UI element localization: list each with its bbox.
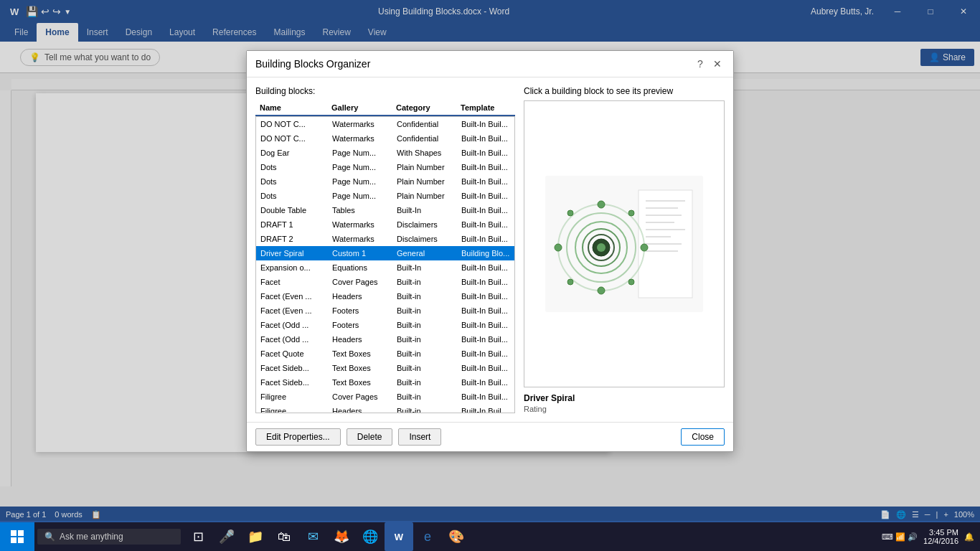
table-row[interactable]: DRAFT 1 Watermarks Disclaimers Built-In … bbox=[256, 217, 514, 232]
cell-template: Built-In Buil... bbox=[457, 233, 514, 245]
table-row[interactable]: Facet Quote Text Boxes Built-in Built-In… bbox=[256, 347, 514, 361]
table-row[interactable]: Filigree Headers Built-in Built-In Buil.… bbox=[256, 404, 514, 413]
col-category[interactable]: Category bbox=[392, 100, 456, 115]
edit-properties-button[interactable]: Edit Properties... bbox=[255, 428, 341, 446]
footer-left-buttons: Edit Properties... Delete Insert bbox=[255, 428, 441, 446]
col-gallery[interactable]: Gallery bbox=[327, 100, 392, 115]
dialog-controls: ? ✕ bbox=[693, 57, 725, 71]
cell-category: Built-in bbox=[392, 291, 457, 302]
table-row[interactable]: Dog Ear Page Num... With Shapes Built-In… bbox=[256, 146, 514, 160]
cell-gallery: Cover Pages bbox=[328, 391, 392, 402]
svg-rect-25 bbox=[11, 530, 17, 536]
blocks-list[interactable]: DO NOT C... Watermarks Confidential Buil… bbox=[255, 116, 515, 413]
svg-point-16 bbox=[597, 243, 606, 252]
time-display: 3:45 PM bbox=[923, 528, 958, 537]
search-icon: 🔍 bbox=[44, 532, 55, 542]
store-icon[interactable]: 🛍 bbox=[270, 522, 298, 551]
cell-name: Dots bbox=[256, 176, 328, 187]
word-taskbar-icon[interactable]: W bbox=[385, 522, 413, 551]
cell-category: Confidential bbox=[392, 118, 457, 130]
cell-name: Expansion o... bbox=[256, 262, 328, 273]
cell-category: Built-in bbox=[392, 377, 457, 388]
cell-gallery: Page Num... bbox=[328, 176, 392, 187]
selected-block-info: Rating bbox=[524, 405, 725, 413]
table-row[interactable]: Expansion o... Equations Built-In Built-… bbox=[256, 260, 514, 275]
table-row[interactable]: Facet Sideb... Text Boxes Built-in Built… bbox=[256, 375, 514, 390]
search-text: Ask me anything bbox=[60, 532, 123, 542]
blocks-label: Building blocks: bbox=[255, 86, 515, 96]
taskbar-search[interactable]: 🔍 Ask me anything bbox=[37, 529, 181, 545]
table-row[interactable]: Facet Sideb... Text Boxes Built-in Built… bbox=[256, 361, 514, 375]
cell-gallery: Cover Pages bbox=[328, 276, 392, 288]
svg-point-20 bbox=[555, 244, 562, 251]
mail-icon[interactable]: ✉ bbox=[298, 522, 327, 551]
insert-button[interactable]: Insert bbox=[398, 428, 441, 446]
cell-gallery: Headers bbox=[328, 291, 392, 302]
table-row[interactable]: Dots Page Num... Plain Number Built-In B… bbox=[256, 174, 514, 189]
dialog-close-button[interactable]: ✕ bbox=[710, 57, 725, 71]
firefox-icon[interactable]: 🦊 bbox=[327, 522, 356, 551]
taskbar-clock[interactable]: 3:45 PM 12/4/2016 bbox=[923, 528, 958, 545]
cell-template: Built-In Buil... bbox=[457, 391, 514, 402]
cell-name: Facet (Odd ... bbox=[256, 334, 328, 345]
delete-button[interactable]: Delete bbox=[347, 428, 393, 446]
cell-gallery: Custom 1 bbox=[328, 248, 392, 259]
cell-name: Facet Sideb... bbox=[256, 377, 328, 388]
table-row[interactable]: DO NOT C... Watermarks Confidential Buil… bbox=[256, 117, 514, 131]
cell-template: Built-In Buil... bbox=[457, 319, 514, 331]
task-view-icon[interactable]: ⊡ bbox=[184, 522, 212, 551]
cell-template: Built-In Buil... bbox=[457, 291, 514, 302]
right-panel: Click a building block to see its previe… bbox=[524, 86, 725, 413]
cell-name: Facet bbox=[256, 276, 328, 288]
table-row[interactable]: Driver Spiral Custom 1 General Building … bbox=[256, 246, 514, 260]
cell-gallery: Footers bbox=[328, 319, 392, 331]
edge-icon[interactable]: e bbox=[413, 522, 442, 551]
svg-rect-26 bbox=[18, 530, 24, 536]
dialog-help-button[interactable]: ? bbox=[693, 57, 707, 71]
cell-gallery: Page Num... bbox=[328, 147, 392, 159]
table-row[interactable]: Facet (Odd ... Footers Built-in Built-In… bbox=[256, 318, 514, 332]
cell-category: Built-in bbox=[392, 362, 457, 374]
dialog-body: Building blocks: Name Gallery Category T… bbox=[247, 77, 733, 422]
left-panel: Building blocks: Name Gallery Category T… bbox=[255, 86, 515, 413]
dialog-titlebar: Building Blocks Organizer ? ✕ bbox=[247, 51, 733, 77]
table-row[interactable]: Filigree Cover Pages Built-in Built-In B… bbox=[256, 390, 514, 404]
file-explorer-icon[interactable]: 📁 bbox=[241, 522, 270, 551]
table-row[interactable]: Facet (Odd ... Headers Built-in Built-In… bbox=[256, 332, 514, 347]
app8-icon[interactable]: 🎨 bbox=[442, 522, 471, 551]
table-row[interactable]: DO NOT C... Watermarks Confidential Buil… bbox=[256, 131, 514, 146]
cell-template: Built-In Buil... bbox=[457, 219, 514, 230]
cell-template: Built-In Buil... bbox=[457, 147, 514, 159]
spiral-preview-image bbox=[545, 176, 703, 312]
col-template[interactable]: Template bbox=[456, 100, 514, 115]
table-row[interactable]: DRAFT 2 Watermarks Disclaimers Built-In … bbox=[256, 232, 514, 246]
cell-gallery: Watermarks bbox=[328, 118, 392, 130]
table-row[interactable]: Double Table Tables Built-In Built-In Bu… bbox=[256, 203, 514, 217]
start-button[interactable] bbox=[0, 522, 34, 551]
cell-template: Built-In Buil... bbox=[457, 377, 514, 388]
cell-template: Built-In Buil... bbox=[457, 305, 514, 316]
chrome-icon[interactable]: 🌐 bbox=[356, 522, 385, 551]
table-row[interactable]: Dots Page Num... Plain Number Built-In B… bbox=[256, 160, 514, 174]
cell-template: Built-In Buil... bbox=[457, 276, 514, 288]
svg-point-17 bbox=[598, 201, 605, 208]
cell-category: Built-In bbox=[392, 204, 457, 216]
svg-point-19 bbox=[598, 287, 605, 294]
selected-block-name: Driver Spiral bbox=[524, 393, 725, 403]
cell-category: Built-in bbox=[392, 405, 457, 413]
cell-name: Facet (Odd ... bbox=[256, 319, 328, 331]
table-row[interactable]: Facet (Even ... Headers Built-in Built-I… bbox=[256, 289, 514, 303]
cortana-icon[interactable]: 🎤 bbox=[212, 522, 241, 551]
col-name[interactable]: Name bbox=[255, 100, 327, 115]
dialog-footer: Edit Properties... Delete Insert Close bbox=[247, 422, 733, 451]
cell-category: Confidential bbox=[392, 133, 457, 144]
taskbar-right: ⌨ 📶 🔊 3:45 PM 12/4/2016 🔔 bbox=[882, 528, 980, 545]
preview-label: Click a building block to see its previe… bbox=[524, 86, 725, 96]
table-row[interactable]: Facet Cover Pages Built-in Built-In Buil… bbox=[256, 275, 514, 289]
table-row[interactable]: Dots Page Num... Plain Number Built-In B… bbox=[256, 189, 514, 203]
cell-gallery: Headers bbox=[328, 405, 392, 413]
notification-icon[interactable]: 🔔 bbox=[964, 532, 974, 542]
close-dialog-button[interactable]: Close bbox=[681, 428, 725, 446]
table-row[interactable]: Facet (Even ... Footers Built-in Built-I… bbox=[256, 303, 514, 318]
cell-gallery: Text Boxes bbox=[328, 362, 392, 374]
